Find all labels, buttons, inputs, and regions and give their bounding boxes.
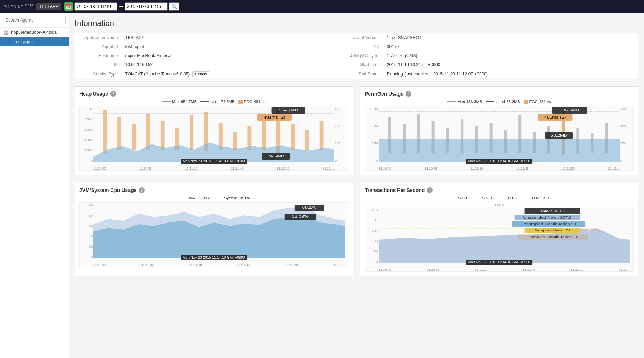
tps-x-tooltip: Mon Nov 23 2015 11:14:10 GMT+0900 xyxy=(466,260,533,265)
heap-help-icon[interactable]: ? xyxy=(110,91,116,97)
heap-max-line xyxy=(162,101,171,102)
tps-sn-line xyxy=(472,198,481,198)
tps-help-icon[interactable]: ? xyxy=(427,187,433,193)
hostname-value: nbpui-MacBook-Air.local xyxy=(122,51,337,60)
svg-text:481ms (2): 481ms (2) xyxy=(544,115,566,120)
cpu-jvm-label: JVM xyxy=(188,196,196,200)
permgen-chart-inner: 136.3MB 481ms (2) 53.2MB xyxy=(379,106,620,164)
tps-legend-sc: S.C 0 xyxy=(448,196,468,200)
heap-used-value: 74.5MB xyxy=(221,100,235,104)
search-agents-input[interactable] xyxy=(3,16,66,24)
permgen-legend-fgc: FGC 481ms xyxy=(524,100,551,104)
cpu-help-icon[interactable]: ? xyxy=(139,187,145,193)
tps-un-label: U.N xyxy=(532,196,539,200)
heap-chart-area[interactable]: 1G800M600M400M200M0 6004002000 xyxy=(79,106,348,171)
logo-beta: beta xyxy=(25,3,34,7)
tps-sc-label: S.C xyxy=(458,196,465,200)
permgen-usage-section: PermGen Usage ? Max 136.3MB Used 53.2MB xyxy=(360,86,638,175)
heap-y-axis: 1G800M600M400M200M0 xyxy=(80,106,93,163)
svg-text:Sampled New : 32: Sampled New : 32 xyxy=(534,229,571,232)
svg-rect-11 xyxy=(262,119,266,150)
sidebar-host-label: nbpui-MacBook-Air.local xyxy=(11,30,57,35)
svg-rect-3 xyxy=(146,114,150,150)
end-status-label: End Status xyxy=(337,69,383,79)
tps-uc-value: 0 xyxy=(516,196,518,200)
tps-un-value: 927.6 xyxy=(540,196,550,200)
tps-sn-value: 32 xyxy=(490,196,494,200)
tps-un-line xyxy=(522,198,531,198)
heap-legend: Max 954.7MB Used 74.5MB FGC 481ms xyxy=(79,100,348,104)
svg-marker-54 xyxy=(379,228,630,263)
date-search-button[interactable]: 🔍 xyxy=(169,2,179,11)
pid-label: PID xyxy=(337,42,383,51)
permgen-max-label: Max xyxy=(457,100,465,104)
date-range: 📅 — 🔍 xyxy=(64,2,179,11)
heap-used-line xyxy=(200,101,209,102)
tps-chart-inner: Total : 959.6 Unsampled New : 927.6 Unsa… xyxy=(379,207,630,265)
ip-label: IP xyxy=(75,60,122,69)
permgen-fgc-value: 481ms xyxy=(539,100,551,104)
cpu-system-line xyxy=(214,198,223,198)
cpu-title: JVM/System Cpu Usage xyxy=(79,187,137,193)
cpu-usage-section: JVM/System Cpu Usage ? JVM 32.09% System… xyxy=(75,183,353,276)
agent-version-label: Agent Version xyxy=(337,33,383,42)
permgen-help-icon[interactable]: ? xyxy=(406,91,411,97)
heap-title: Heap Usage xyxy=(79,91,108,97)
permgen-used-line xyxy=(486,101,494,102)
tps-chart-area[interactable]: 2.5k2k1.5k1k5000 Total : 959.6 xyxy=(365,207,634,272)
agent-id-label: Agent Id xyxy=(75,42,122,51)
date-to-input[interactable] xyxy=(125,2,168,11)
svg-text:Unsampled Continuation : 0: Unsampled Continuation : 0 xyxy=(521,222,576,226)
service-type-label: Service Type xyxy=(75,69,122,79)
permgen-chart-area[interactable]: 150M100M50M0 6004002000 xyxy=(365,106,634,171)
sidebar-agent-item[interactable]: 👤 test-agent xyxy=(0,37,69,46)
agent-version-value: 1.5.0-SNAPSHOT xyxy=(383,33,638,42)
start-time-value: 2015-11-19 10:21:52 +0900 xyxy=(383,60,638,69)
date-from-input[interactable] xyxy=(74,2,117,11)
sidebar-host-item[interactable]: 🏠 nbpui-MacBook-Air.local xyxy=(0,28,69,37)
svg-text:32.09%: 32.09% xyxy=(291,215,309,219)
permgen-used-label: Used xyxy=(496,100,505,104)
tps-sc-value: 0 xyxy=(466,196,468,200)
svg-rect-13 xyxy=(291,124,295,150)
tps-x-axis: 11:10:0011:10:3511:11:1011:11:4511:12:20… xyxy=(379,265,630,271)
cpu-jvm-value: 32.09% xyxy=(197,196,210,200)
svg-text:68.1%: 68.1% xyxy=(302,206,317,210)
info-row-ip: IP 10.64.146.152 Start Time 2015-11-19 1… xyxy=(75,60,638,69)
cpu-x-axis: 11:10:0011:10:3511:11:1011:11:4511:12:20… xyxy=(93,260,345,267)
agent-id-value: test-agent xyxy=(122,42,337,51)
svg-rect-6 xyxy=(190,115,193,150)
permgen-svg: 136.3MB 481ms (2) 53.2MB xyxy=(379,106,620,164)
permgen-fgc-box xyxy=(524,100,528,104)
svg-rect-4 xyxy=(161,121,165,150)
tps-legend: S.C 0 S.N 32 U.C 0 U.N xyxy=(365,196,634,200)
heap-title-row: Heap Usage ? xyxy=(79,91,348,97)
permgen-legend-max: Max 136.3MB xyxy=(447,100,482,104)
calendar-icon[interactable]: 📅 xyxy=(64,2,73,11)
permgen-y-axis-right: 6004002000 xyxy=(620,106,633,163)
app-badge[interactable]: TESTAPP xyxy=(36,3,61,10)
heap-fgc-value: 481ms xyxy=(254,100,266,104)
app-name-value: TESTAPP xyxy=(122,33,337,42)
sidebar: 🏠 nbpui-MacBook-Air.local 👤 test-agent xyxy=(0,13,69,358)
tps-uc-line xyxy=(498,198,507,198)
tps-y-axis: 2.5k2k1.5k1k5000 xyxy=(365,207,379,264)
svg-rect-14 xyxy=(305,130,309,150)
main-content: Information Application Name TESTAPP Age… xyxy=(69,13,644,358)
svg-rect-10 xyxy=(247,126,251,150)
app-name-label: Application Name xyxy=(75,33,122,42)
cpu-svg: 68.1% 32.09% xyxy=(93,203,345,260)
heap-fgc-label: FGC xyxy=(244,100,252,104)
heap-used-label: Used xyxy=(210,100,220,104)
tps-peak-value: 959.6 xyxy=(495,202,504,206)
details-button[interactable]: Details xyxy=(192,71,210,77)
start-time-label: Start Time xyxy=(337,60,383,69)
cpu-chart-area[interactable]: 100806040200 68.1% xyxy=(79,202,348,267)
page-title: Information xyxy=(75,19,638,28)
logo-text: PINPOINT xyxy=(4,5,23,9)
svg-text:136.3MB: 136.3MB xyxy=(560,108,579,113)
jvm-label: JVM (GC Type) xyxy=(337,51,383,60)
permgen-fgc-label: FGC xyxy=(529,100,538,104)
svg-text:Total : 959.6: Total : 959.6 xyxy=(540,209,565,213)
end-status-value: Running (last checked : 2015-11-23 11:12… xyxy=(383,69,638,79)
